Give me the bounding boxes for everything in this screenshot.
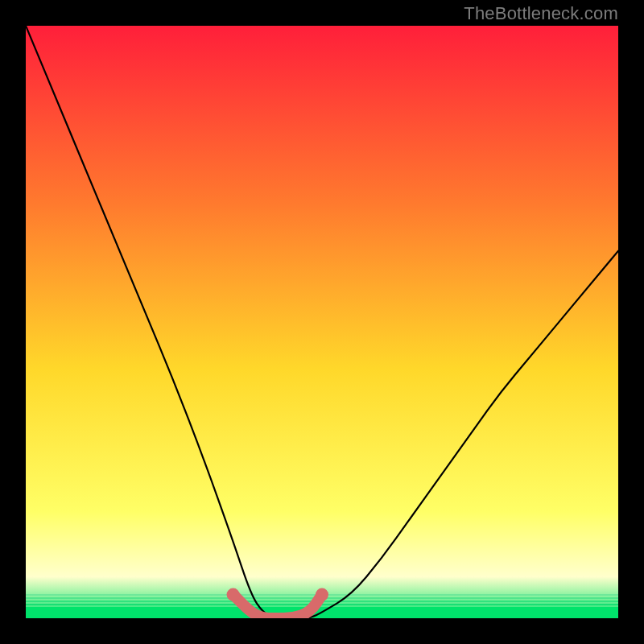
- highlight-endpoint-right: [316, 588, 328, 601]
- highlight-endpoint-left: [227, 588, 240, 601]
- gradient-background: [26, 26, 618, 618]
- chart-svg: [26, 26, 618, 618]
- outer-frame: TheBottleneck.com: [0, 0, 644, 644]
- plot-area: [26, 26, 618, 618]
- watermark-text: TheBottleneck.com: [464, 3, 618, 24]
